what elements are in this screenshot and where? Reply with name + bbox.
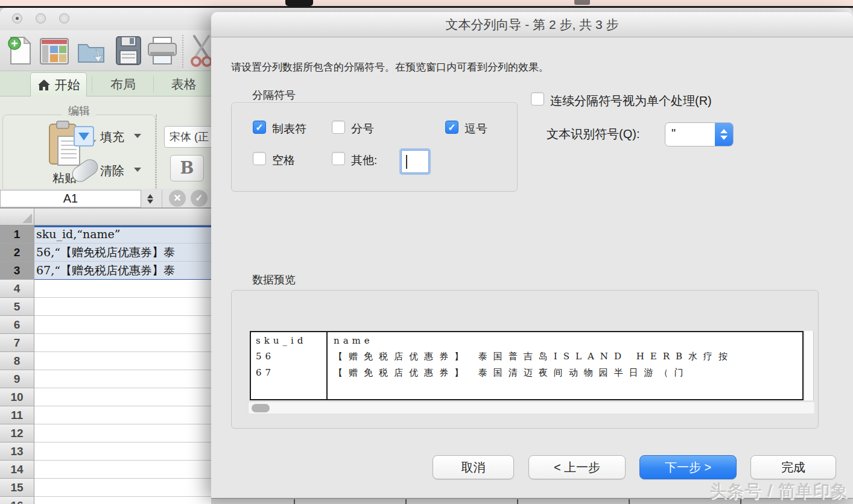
row-header[interactable]: 16 (0, 497, 34, 504)
row-header[interactable]: 9 (0, 370, 34, 388)
checkbox-space-label[interactable]: 空格 (272, 153, 295, 168)
font-name-dropdown[interactable]: 宋体 (正 (164, 126, 215, 148)
save-icon[interactable] (116, 36, 141, 65)
preview-horizontal-scrollbar[interactable] (248, 402, 815, 414)
row-header[interactable]: 14 (0, 461, 34, 479)
data-preview-label: 数据预览 (252, 272, 296, 287)
formula-bar-divider (162, 190, 162, 207)
data-preview-box: sku_id 56 67 name 【赠免税店优惠券】 泰国普吉岛ISLAND … (231, 290, 819, 429)
treat-consecutive-label[interactable]: 连续分隔符号视为单个处理(R) (550, 93, 712, 109)
row-header[interactable]: 4 (0, 280, 34, 298)
new-document-icon[interactable] (7, 36, 33, 66)
row-header[interactable]: 10 (0, 388, 34, 406)
background-window-fragment (285, 0, 313, 6)
tab-label: 布局 (110, 76, 136, 93)
fill-dropdown-arrow[interactable] (134, 134, 141, 138)
clear-label[interactable]: 清除 (100, 163, 124, 179)
dialog-instruction: 请设置分列数据所包含的分隔符号。在预览窗口内可看到分列的效果。 (231, 60, 549, 74)
row-header[interactable]: 11 (0, 406, 34, 424)
tab-layout[interactable]: 布局 (95, 72, 151, 96)
edit-group-label: 编辑 (62, 105, 96, 117)
open-file-icon[interactable] (77, 40, 109, 64)
row-header[interactable]: 8 (0, 352, 34, 370)
other-delimiter-input[interactable] (401, 150, 429, 173)
gridline-tick (294, 499, 295, 504)
tab-home[interactable]: 开始 (30, 72, 87, 96)
cancel-button[interactable]: 取消 (433, 455, 514, 479)
stepper-down-icon (147, 200, 153, 204)
delimiters-section-label: 分隔符号 (252, 88, 296, 102)
next-button[interactable]: 下一步 > (639, 455, 737, 479)
close-window-button[interactable] (12, 13, 22, 24)
cell[interactable] (34, 370, 211, 388)
cell[interactable] (34, 424, 211, 443)
checkbox-other-label[interactable]: 其他: (351, 153, 377, 168)
cell[interactable] (34, 388, 211, 406)
checkbox-space[interactable] (253, 152, 266, 165)
dropdown-stepper-icon (715, 123, 733, 146)
checkbox-other[interactable] (332, 152, 345, 165)
cancel-entry-icon[interactable]: ✕ (169, 190, 186, 207)
zoom-window-button[interactable] (59, 13, 69, 24)
checkbox-comma[interactable]: ✓ (445, 121, 458, 134)
name-box-stepper[interactable] (144, 191, 157, 207)
checkbox-treat-consecutive[interactable] (531, 92, 544, 106)
checkbox-tab[interactable]: ✓ (253, 121, 266, 134)
finish-button[interactable]: 完成 (750, 455, 836, 479)
gridline-tick (517, 499, 518, 504)
checkbox-semicolon-label[interactable]: 分号 (351, 121, 374, 137)
cut-icon[interactable] (189, 35, 214, 68)
text-caret (406, 155, 407, 169)
tab-separator (153, 76, 154, 93)
minimize-window-button[interactable] (36, 13, 46, 24)
row-header[interactable]: 6 (0, 316, 34, 334)
cell[interactable] (34, 443, 211, 461)
cell[interactable] (34, 280, 211, 298)
text-qualifier-dropdown[interactable]: " (665, 122, 734, 146)
tab-label: 表格 (171, 76, 197, 93)
row-header[interactable]: 13 (0, 443, 34, 461)
cell[interactable] (34, 298, 211, 316)
cell-a3[interactable]: 67,“【赠免税店优惠券】泰 (34, 262, 211, 280)
row-header[interactable]: 2 (0, 244, 34, 262)
tab-tables[interactable]: 表格 (157, 72, 211, 96)
cell[interactable] (34, 461, 211, 479)
select-all-corner[interactable] (0, 209, 34, 225)
checkbox-comma-label[interactable]: 逗号 (465, 121, 487, 137)
gallery-icon[interactable] (40, 38, 69, 65)
cell-a2[interactable]: 56,“【赠免税店优惠券】泰 (34, 244, 211, 262)
checkbox-semicolon[interactable] (332, 121, 345, 134)
fill-icon[interactable] (74, 126, 94, 146)
print-icon[interactable] (147, 36, 177, 65)
corner-triangle-icon (22, 213, 32, 223)
cell[interactable] (34, 316, 211, 334)
bold-button[interactable]: B (170, 155, 204, 181)
row-header[interactable]: 5 (0, 298, 34, 316)
cell-a1[interactable]: sku_id,“name” (34, 225, 211, 244)
gridline-tick (405, 499, 407, 504)
row-header[interactable]: 15 (0, 479, 34, 497)
row-header[interactable]: 1 (0, 225, 34, 244)
confirm-entry-icon[interactable]: ✓ (191, 190, 208, 207)
cell[interactable] (34, 352, 211, 370)
cell[interactable] (34, 497, 211, 504)
clear-dropdown-arrow[interactable] (134, 168, 141, 172)
preview-header: name (334, 335, 373, 346)
text-qualifier-label: 文本识别符号(Q): (547, 126, 639, 142)
fill-label[interactable]: 填充 (100, 129, 124, 145)
scrollbar-thumb[interactable] (252, 404, 270, 412)
cell[interactable] (34, 334, 211, 352)
back-button[interactable]: < 上一步 (528, 455, 626, 479)
row-header[interactable]: 7 (0, 334, 34, 352)
checkbox-tab-label[interactable]: 制表符 (272, 121, 306, 137)
preview-vertical-scroll-area[interactable] (805, 331, 814, 400)
text-to-columns-wizard-dialog: 文本分列向导 - 第 2 步, 共 3 步 请设置分列数据所包含的分隔符号。在预… (211, 12, 853, 498)
preview-cell: 【赠免税店优惠券】 泰国清迈夜间动物园半日游（门 (334, 367, 690, 379)
toolbar-separator (182, 35, 183, 68)
name-box[interactable]: A1 (0, 190, 141, 207)
cell[interactable] (34, 479, 211, 497)
row-header[interactable]: 3 (0, 262, 34, 280)
dialog-title: 文本分列向导 - 第 2 步, 共 3 步 (211, 12, 853, 37)
cell[interactable] (34, 406, 211, 424)
row-header[interactable]: 12 (0, 424, 34, 443)
